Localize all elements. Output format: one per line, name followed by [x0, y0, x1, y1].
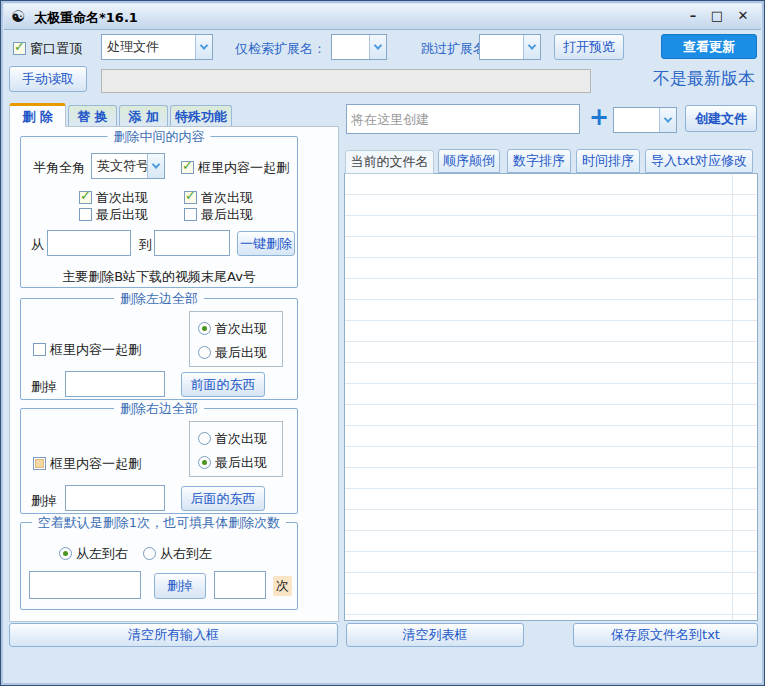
one-key-delete-button[interactable]: 一键删除	[237, 231, 295, 256]
checkbox-icon: ✓	[181, 161, 194, 174]
tab-current-filenames[interactable]: 当前的文件名	[345, 150, 434, 174]
chevron-down-icon	[659, 108, 676, 132]
checkbox-icon	[79, 208, 92, 221]
chevron-down-icon	[147, 154, 164, 178]
checkbox-icon: ✓	[13, 42, 26, 55]
checkbox-icon	[33, 457, 46, 470]
occurrence-radio-group: 首次出现 最后出现	[189, 311, 283, 367]
list-column-divider	[732, 174, 733, 620]
tab-reverse-order[interactable]: 顺序颠倒	[438, 149, 500, 173]
yin-yang-icon: ☯	[11, 7, 25, 27]
delete-right-input[interactable]	[65, 485, 165, 511]
delete-label: 删掉	[31, 492, 57, 510]
radio-icon	[198, 432, 211, 445]
to-label: 到	[139, 236, 152, 254]
save-names-button[interactable]: 保存原文件名到txt	[573, 623, 758, 647]
delete-back-button[interactable]: 后面的东西	[181, 486, 265, 511]
tab-delete[interactable]: 删 除	[9, 103, 66, 127]
radio-icon	[59, 547, 72, 560]
symbol-select[interactable]: 英文符号	[91, 153, 165, 179]
radio-icon	[198, 322, 211, 335]
checkbox-icon: ✓	[184, 191, 197, 204]
create-name-input[interactable]	[346, 104, 580, 134]
delete-times-button[interactable]: 删掉	[154, 573, 206, 599]
times-label: 次	[273, 576, 292, 596]
only-ext-label: 仅检索扩展名 :	[235, 40, 322, 58]
box-delete-checkbox[interactable]: ✓框里内容一起删	[181, 159, 289, 177]
group-hint: 主要删除B站下载的视频末尾Av号	[21, 268, 297, 286]
tab-replace[interactable]: 替 换	[68, 105, 117, 127]
last-occurrence-radio[interactable]: 最后出现	[198, 344, 267, 362]
half-full-label: 半角全角	[33, 159, 85, 177]
open-preview-button[interactable]: 打开预览	[554, 34, 624, 60]
first-occurrence-checkbox-1[interactable]: ✓首次出现	[79, 189, 148, 207]
first-occurrence-radio[interactable]: 首次出现	[198, 320, 267, 338]
mode-select[interactable]: 处理文件	[101, 34, 213, 60]
close-button[interactable]: ✕	[733, 7, 753, 25]
from-label: 从	[31, 236, 44, 254]
check-update-button[interactable]: 查看更新	[661, 34, 757, 59]
last-occurrence-checkbox-2[interactable]: 最后出现	[184, 206, 253, 224]
only-ext-select[interactable]	[331, 34, 387, 60]
delete-tab-panel: 删除中间的内容 半角全角 英文符号 ✓框里内容一起删 ✓首次出现 最后出现 ✓首…	[9, 126, 339, 622]
tab-import-txt[interactable]: 导入txt对应修改	[645, 149, 753, 173]
app-window: ☯ 太极重命名*16.1 – □ ✕ ✓窗口置顶 处理文件 仅检索扩展名 : 跳…	[0, 0, 765, 686]
clear-inputs-button[interactable]: 清空所有输入框	[9, 623, 338, 647]
box-delete-checkbox-left[interactable]: 框里内容一起删	[33, 341, 141, 359]
radio-icon	[198, 456, 211, 469]
radio-icon	[143, 547, 156, 560]
version-status: 不是最新版本	[653, 67, 755, 90]
skip-ext-select[interactable]	[479, 34, 541, 60]
title-bar[interactable]: ☯ 太极重命名*16.1 – □ ✕	[4, 4, 761, 30]
group-delete-left: 删除左边全部 框里内容一起删 首次出现 最后出现 删掉 前面的东西	[20, 298, 298, 400]
checkbox-icon: ✓	[79, 191, 92, 204]
tab-add[interactable]: 添 加	[119, 105, 168, 127]
box-delete-checkbox-right[interactable]: 框里内容一起删	[33, 455, 141, 473]
minimize-button[interactable]: –	[683, 7, 703, 25]
tab-time-sort[interactable]: 时间排序	[576, 149, 640, 173]
delete-label: 删掉	[31, 378, 57, 396]
radio-icon	[198, 346, 211, 359]
topmost-checkbox[interactable]: ✓窗口置顶	[13, 40, 82, 58]
plus-icon: +	[589, 103, 609, 131]
window-title: 太极重命名*16.1	[34, 9, 138, 27]
tab-special[interactable]: 特殊功能	[170, 105, 232, 127]
from-input[interactable]	[47, 230, 131, 256]
create-ext-select[interactable]	[613, 107, 677, 133]
right-to-left-radio[interactable]: 从右到左	[143, 545, 212, 563]
first-occurrence-checkbox-2[interactable]: ✓首次出现	[184, 189, 253, 207]
manual-read-button[interactable]: 手动读取	[9, 66, 87, 92]
tab-numeric-sort[interactable]: 数字排序	[507, 149, 571, 173]
group-title: 删除中间的内容	[108, 128, 211, 146]
topmost-label: 窗口置顶	[30, 41, 82, 56]
times-count-input[interactable]	[214, 571, 266, 599]
path-input[interactable]	[101, 69, 591, 93]
checkbox-icon	[33, 343, 46, 356]
chevron-down-icon	[195, 35, 212, 59]
left-to-right-radio[interactable]: 从左到右	[59, 545, 128, 563]
chevron-down-icon	[369, 35, 386, 59]
chevron-down-icon	[523, 35, 540, 59]
last-occurrence-radio[interactable]: 最后出现	[198, 454, 267, 472]
checkbox-icon	[184, 208, 197, 221]
group-delete-times: 空着默认是删除1次，也可填具体删除次数 从左到右 从右到左 删掉 次	[20, 522, 298, 610]
occurrence-radio-group: 首次出现 最后出现	[189, 421, 283, 477]
group-delete-right: 删除右边全部 框里内容一起删 首次出现 最后出现 删掉 后面的东西	[20, 408, 298, 514]
clear-list-button[interactable]: 清空列表框	[346, 623, 524, 647]
group-title: 空着默认是删除1次，也可填具体删除次数	[32, 514, 286, 532]
delete-left-input[interactable]	[65, 371, 165, 397]
to-input[interactable]	[154, 230, 230, 256]
delete-front-button[interactable]: 前面的东西	[181, 372, 265, 397]
last-occurrence-checkbox-1[interactable]: 最后出现	[79, 206, 148, 224]
maximize-button[interactable]: □	[707, 7, 727, 25]
file-list[interactable]	[344, 173, 758, 621]
group-delete-middle: 删除中间的内容 半角全角 英文符号 ✓框里内容一起删 ✓首次出现 最后出现 ✓首…	[20, 136, 298, 288]
create-file-button[interactable]: 创建文件	[685, 105, 757, 132]
group-title: 删除左边全部	[114, 290, 204, 308]
first-occurrence-radio[interactable]: 首次出现	[198, 430, 267, 448]
group-title: 删除右边全部	[114, 400, 204, 418]
delete-text-input[interactable]	[29, 571, 141, 599]
